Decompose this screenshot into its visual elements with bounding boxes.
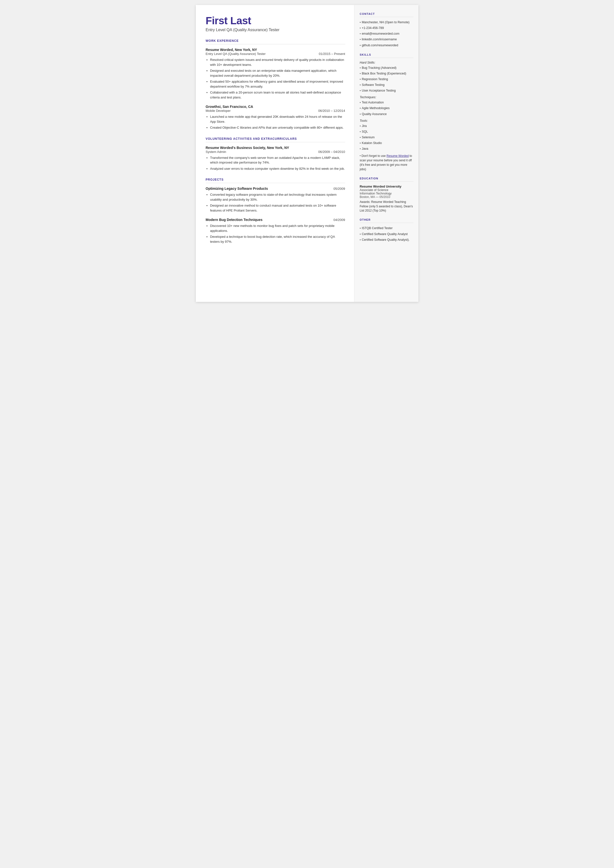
skills-divider <box>360 57 414 58</box>
contact-text-2: email@resumeworded.com <box>362 31 399 36</box>
hard-skill-0: •Bug Tracking (Advanced) <box>360 65 414 70</box>
tool-4: •Java <box>360 146 414 151</box>
skills-header: SKILLS <box>360 53 414 56</box>
volunteer-block-0: Resume Worded's Business Society, New Yo… <box>206 146 345 171</box>
edu-date: Boston, MA — 05/2010 <box>360 195 414 199</box>
candidate-subtitle: Entry Level QA (Quality Assurance) Teste… <box>206 28 345 32</box>
volunteer-bullets-0: Transformed the company's web server fro… <box>206 155 345 171</box>
contact-text-1: +1-234-456-789 <box>362 26 384 30</box>
contact-item-4: • github.com/resumeworded <box>360 43 414 48</box>
main-column: First Last Entry Level QA (Quality Assur… <box>196 5 354 302</box>
proj-bullet-0-1: Designed an innovative method to conduct… <box>210 203 345 213</box>
header-block: First Last Entry Level QA (Quality Assur… <box>206 15 345 32</box>
contact-dot-2: • <box>360 32 361 36</box>
other-item-0: •ISTQB Certified Tester <box>360 226 414 231</box>
edu-school: Resume Worded University <box>360 185 414 188</box>
hard-skill-2: •Regression Testing <box>360 77 414 82</box>
project-bullets-0: Converted legacy software programs to st… <box>206 192 345 213</box>
other-header: OTHER <box>360 218 414 221</box>
volunteer-company-0: Resume Worded's Business Society, New Yo… <box>206 146 345 150</box>
contact-dot-0: • <box>360 20 361 25</box>
job-bullets-1: Launched a new mobile app that generated… <box>206 114 345 130</box>
contact-item-0: • Manchester, NH (Open to Remote) <box>360 20 414 25</box>
project-block-1: Modern Bug Detection Techniques 04/2009 … <box>206 218 345 244</box>
bullet-0-1: Designed and executed tests on an enterp… <box>210 68 345 78</box>
project-date-1: 04/2009 <box>333 218 345 222</box>
resume-worded-link[interactable]: Resume Worded <box>386 154 409 158</box>
projects-divider <box>206 183 345 183</box>
proj-bullet-1-0: Discovered 10+ new methods to monitor bu… <box>210 224 345 233</box>
bullet-0-0: Resolved critical system issues and ensu… <box>210 57 345 67</box>
project-date-0: 05/2009 <box>333 187 345 191</box>
tools-label: Tools: <box>360 119 414 123</box>
edu-field: Information Technology <box>360 192 414 195</box>
tool-0: •Jira <box>360 124 414 129</box>
project-title-row-0: Optimizing Legacy Software Products 05/2… <box>206 186 345 191</box>
work-experience-header: WORK EXPERIENCE <box>206 39 345 43</box>
other-item-1: •Certified Software Quality Analyst <box>360 232 414 236</box>
volunteer-title-row-0: System Admin 06/2009 – 04/2010 <box>206 150 345 154</box>
work-experience-divider <box>206 44 345 44</box>
contact-text-3: linkedin.com/in/username <box>362 37 397 42</box>
tool-1: •SQL <box>360 129 414 134</box>
contact-text-4: github.com/resumeworded <box>362 43 398 48</box>
project-title-row-1: Modern Bug Detection Techniques 04/2009 <box>206 218 345 222</box>
sidebar: CONTACT • Manchester, NH (Open to Remote… <box>354 5 419 302</box>
bullet-0-2: Evaluated 50+ applications for efficienc… <box>210 79 345 89</box>
contact-header: CONTACT <box>360 12 414 16</box>
bullet-1-1: Created Objective-C libraries and APIs t… <box>210 125 345 130</box>
tool-2: •Selenium <box>360 135 414 140</box>
candidate-name: First Last <box>206 15 345 27</box>
bullet-0-3: Collaborated with a 20-person scrum team… <box>210 90 345 100</box>
project-title-0: Optimizing Legacy Software Products <box>206 186 268 191</box>
contact-item-1: • +1-234-456-789 <box>360 26 414 30</box>
contact-divider <box>360 17 414 17</box>
contact-dot-1: • <box>360 26 361 30</box>
project-block-0: Optimizing Legacy Software Products 05/2… <box>206 186 345 213</box>
job-title-0: Entry Level QA (Quality Assurance) Teste… <box>206 52 266 56</box>
other-item-2: •Certified Software Quality Analyst). <box>360 238 414 242</box>
technique-2: •Quality Assurance <box>360 112 414 116</box>
job-bullets-0: Resolved critical system issues and ensu… <box>206 57 345 100</box>
contact-item-3: • linkedin.com/in/username <box>360 37 414 42</box>
proj-bullet-0-0: Converted legacy software programs to st… <box>210 192 345 202</box>
contact-dot-3: • <box>360 37 361 42</box>
hard-skill-1: •Black Box Testing (Experienced) <box>360 71 414 76</box>
project-title-1: Modern Bug Detection Techniques <box>206 218 263 222</box>
job-company-1: Growthsi, San Francisco, CA <box>206 105 345 109</box>
job-block-0: Resume Worded, New York, NY Entry Level … <box>206 48 345 100</box>
bullet-1-0: Launched a new mobile app that generated… <box>210 114 345 124</box>
project-bullets-1: Discovered 10+ new methods to monitor bu… <box>206 224 345 244</box>
sidebar-promo: • Don't forget to use Resume Worded to s… <box>360 154 414 171</box>
contact-text-0: Manchester, NH (Open to Remote) <box>362 20 409 25</box>
edu-degree: Associate of Science <box>360 188 414 192</box>
job-block-1: Growthsi, San Francisco, CA Mobile Devel… <box>206 105 345 130</box>
techniques-label: Techniques: <box>360 96 414 99</box>
volunteer-date-0: 06/2009 – 04/2010 <box>318 150 345 154</box>
volunteer-title-0: System Admin <box>206 150 226 154</box>
proj-bullet-1-1: Developed a technique to boost bug detec… <box>210 234 345 244</box>
edu-awards: Awards: Resume Worded Teaching Fellow (o… <box>360 200 414 213</box>
job-date-1: 06/2010 – 12/2014 <box>318 109 345 113</box>
vol-bullet-0-0: Transformed the company's web server fro… <box>210 155 345 165</box>
hard-skill-4: •User Acceptance Testing <box>360 89 414 93</box>
hard-skills-label: Hard Skills: <box>360 61 414 64</box>
job-title-row-1: Mobile Developer 06/2010 – 12/2014 <box>206 109 345 113</box>
volunteering-header: VOLUNTEERING ACTIVITIES AND EXTRACURRICU… <box>206 137 345 141</box>
vol-bullet-0-1: Analyzed user errors to reduce computer … <box>210 166 345 171</box>
hard-skill-3: •Software Testing <box>360 83 414 87</box>
job-date-0: 01/2015 – Present <box>319 52 345 56</box>
resume-page: First Last Entry Level QA (Quality Assur… <box>196 5 419 302</box>
job-title-1: Mobile Developer <box>206 109 231 113</box>
job-company-0: Resume Worded, New York, NY <box>206 48 345 52</box>
technique-0: •Test Automation <box>360 100 414 105</box>
contact-dot-4: • <box>360 43 361 48</box>
projects-header: PROJECTS <box>206 178 345 182</box>
education-header: EDUCATION <box>360 177 414 180</box>
contact-item-2: • email@resumeworded.com <box>360 31 414 36</box>
tool-3: •Katalon Studio <box>360 141 414 146</box>
technique-1: •Agile Methodologies <box>360 106 414 110</box>
education-block: Resume Worded University Associate of Sc… <box>360 185 414 213</box>
job-title-row-0: Entry Level QA (Quality Assurance) Teste… <box>206 52 345 56</box>
